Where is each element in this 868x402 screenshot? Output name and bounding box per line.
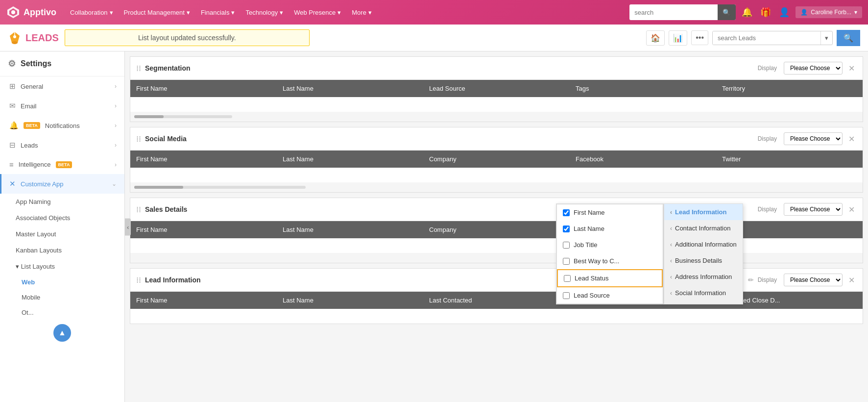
close-section-segmentation[interactable]: ✕ xyxy=(846,63,857,74)
scrollbar-segmentation xyxy=(130,112,863,122)
scrollbar-track[interactable] xyxy=(134,115,232,118)
gift-icon[interactable]: 🎁 xyxy=(758,5,773,20)
general-icon: ⊞ xyxy=(9,82,16,91)
dropdown-item-first-name[interactable]: First Name xyxy=(557,204,663,221)
col-tags: Tags xyxy=(570,80,716,97)
search-leads-input[interactable] xyxy=(713,31,820,45)
search-leads-box: ▾ xyxy=(712,31,833,45)
sidebar-item-intelligence[interactable]: ≡ Intelligence BETA › xyxy=(0,155,124,174)
checkbox-best-way[interactable] xyxy=(563,258,570,265)
home-button[interactable]: 🏠 xyxy=(646,30,665,46)
display-label-sales-details: Display xyxy=(758,206,777,213)
more-options-button[interactable]: ••• xyxy=(691,30,708,45)
checkbox-first-name[interactable] xyxy=(563,209,570,216)
nav-web-presence[interactable]: Web Presence ▾ xyxy=(289,6,346,19)
dropdown-item-best-way[interactable]: Best Way to C... xyxy=(557,253,663,269)
sidebar-subitem-kanban-layouts[interactable]: Kanban Layouts xyxy=(0,242,124,258)
chevron-left-icon: ‹ xyxy=(670,257,672,264)
sidebar-subitem-other[interactable]: Ot... xyxy=(0,305,124,320)
chart-button[interactable]: 📊 xyxy=(669,30,687,46)
empty-row-segmentation xyxy=(130,97,863,112)
user-menu-button[interactable]: 👤 Caroline Forb... ▾ xyxy=(796,6,862,18)
nav-product-management[interactable]: Product Management ▾ xyxy=(119,6,195,19)
content-area: ‹ ⁞⁞ Segmentation Display Please Choose … xyxy=(125,51,868,402)
global-search-input[interactable] xyxy=(629,6,718,19)
dropdown-right-additional-info[interactable]: ‹ Additional Information xyxy=(664,236,743,252)
logo[interactable]: Apptivo xyxy=(6,5,56,20)
close-section-social-media[interactable]: ✕ xyxy=(846,133,857,145)
dropdown-right-social-info[interactable]: ‹ Social Information xyxy=(664,285,743,301)
user-name: Caroline Forb... xyxy=(811,9,851,16)
section-lead-information: ⁞⁞ Lead Information ✏ Display Please Cho… xyxy=(130,268,863,324)
col-last-contacted: Last Contacted xyxy=(423,292,570,309)
dropdown-right-business-details[interactable]: ‹ Business Details xyxy=(664,252,743,269)
chevron-right-icon: › xyxy=(115,161,117,168)
table-header-segmentation: First Name Last Name Lead Source Tags Te… xyxy=(130,80,863,97)
dropdown-item-lead-status[interactable]: Lead Status xyxy=(557,269,663,287)
dropdown-right-lead-info[interactable]: ‹ Lead Information xyxy=(664,204,743,220)
user-avatar-icon: 👤 xyxy=(800,9,808,16)
bell-icon[interactable]: 🔔 xyxy=(740,5,754,20)
dropdown-item-last-name[interactable]: Last Name xyxy=(557,221,663,237)
display-select-lead-information[interactable]: Please Choose xyxy=(784,274,843,286)
col-twitter: Twitter xyxy=(716,151,863,168)
sidebar-subitem-associated-objects[interactable]: Associated Objects xyxy=(0,210,124,226)
sidebar-item-email[interactable]: ✉ Email › xyxy=(0,96,124,116)
close-section-lead-information[interactable]: ✕ xyxy=(846,275,857,286)
dropdown-right-contact-info[interactable]: ‹ Contact Information xyxy=(664,220,743,236)
checkbox-last-name[interactable] xyxy=(563,226,570,232)
sidebar-item-leads[interactable]: ⊟ Leads › xyxy=(0,135,124,155)
top-nav: Apptivo Collaboration ▾ Product Manageme… xyxy=(0,0,868,25)
sidebar-subitem-web[interactable]: Web xyxy=(0,275,124,290)
checkbox-lead-source[interactable] xyxy=(563,292,570,299)
drag-handle-icon[interactable]: ⁞⁞ xyxy=(136,64,141,73)
dropdown-right-address-info[interactable]: ‹ Address Information xyxy=(664,269,743,285)
sidebar-item-notifications[interactable]: 🔔 BETA Notifications › xyxy=(0,116,124,135)
section-title-social-media: Social Media xyxy=(145,135,754,143)
display-select-sales-details[interactable]: Please Choose xyxy=(784,203,843,216)
display-select-social-media[interactable]: Please Choose xyxy=(784,132,843,145)
display-select-segmentation[interactable]: Please Choose xyxy=(784,62,843,75)
chevron-left-icon: ‹ xyxy=(670,209,672,216)
edit-title-icon[interactable]: ✏ xyxy=(748,276,754,284)
empty-row-lead-information xyxy=(130,309,863,324)
empty-row-social-media xyxy=(130,168,863,182)
global-search-button[interactable]: 🔍 xyxy=(718,4,736,20)
email-icon: ✉ xyxy=(9,101,16,110)
col-facebook: Facebook xyxy=(570,151,716,168)
dropdown-item-job-title[interactable]: Job Title xyxy=(557,237,663,253)
section-header-sales-details: ⁞⁞ Sales Details Display Please Choose ✕ xyxy=(130,198,863,221)
drag-handle-icon[interactable]: ⁞⁞ xyxy=(136,276,141,285)
checkbox-lead-status[interactable] xyxy=(564,275,571,282)
sidebar-item-customize-app[interactable]: ✕ Customize App ⌄ xyxy=(0,174,124,194)
col-first-name: First Name xyxy=(130,221,277,238)
nav-collaboration[interactable]: Collaboration ▾ xyxy=(65,6,118,19)
close-section-sales-details[interactable]: ✕ xyxy=(846,204,857,215)
chevron-down-icon: ⌄ xyxy=(112,180,117,187)
empty-row-sales-details xyxy=(130,238,863,253)
nav-more[interactable]: More ▾ xyxy=(347,6,377,19)
sidebar-item-general[interactable]: ⊞ General › xyxy=(0,76,124,96)
sidebar-subitem-mobile[interactable]: Mobile xyxy=(0,290,124,305)
leads-cone-icon xyxy=(8,31,22,45)
dropdown-item-lead-source[interactable]: Lead Source xyxy=(557,287,663,303)
sidebar-list-layouts-header[interactable]: ▾ List Layouts xyxy=(0,258,124,275)
col-lead-source: Lead Source xyxy=(423,80,570,97)
table-header-social-media: First Name Last Name Company Facebook Tw… xyxy=(130,151,863,168)
scroll-up-button[interactable]: ▲ xyxy=(53,324,71,342)
scrollbar-thumb xyxy=(134,115,164,118)
sidebar: ⚙ Settings ⊞ General › ✉ Email › 🔔 BETA … xyxy=(0,51,125,402)
nav-financials[interactable]: Financials ▾ xyxy=(196,6,240,19)
drag-handle-icon[interactable]: ⁞⁞ xyxy=(136,134,141,144)
drag-handle-icon[interactable]: ⁞⁞ xyxy=(136,205,141,214)
scrollbar-track[interactable] xyxy=(134,186,306,189)
sidebar-subitem-app-naming[interactable]: App Naming xyxy=(0,194,124,210)
search-leads-button[interactable]: 🔍 xyxy=(837,30,860,46)
search-leads-dropdown[interactable]: ▾ xyxy=(820,31,832,45)
leads-logo: LEADS xyxy=(8,31,59,45)
sidebar-subitem-master-layout[interactable]: Master Layout xyxy=(0,226,124,242)
sidebar-collapse-button[interactable]: ‹ xyxy=(125,218,131,235)
checkbox-job-title[interactable] xyxy=(563,242,570,249)
person-icon[interactable]: 👤 xyxy=(777,5,792,20)
nav-technology[interactable]: Technology ▾ xyxy=(241,6,288,19)
